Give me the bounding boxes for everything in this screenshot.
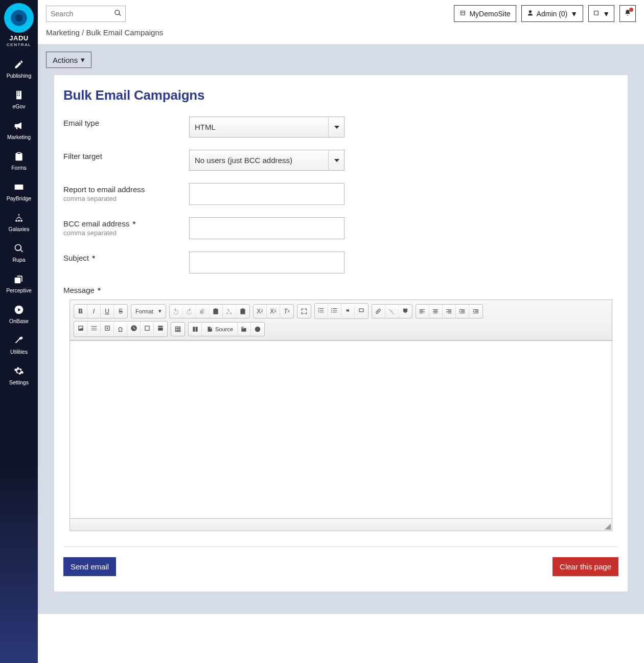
subject-label: Subject *	[63, 254, 189, 262]
link-button[interactable]	[372, 305, 385, 318]
align-left-button[interactable]	[416, 305, 429, 318]
sidebar-item-galaxies[interactable]: Galaxies	[0, 205, 38, 236]
indent-button[interactable]	[469, 305, 482, 318]
format-select[interactable]: Format ▾	[131, 305, 166, 318]
copy-button[interactable]	[196, 305, 210, 318]
sidebar-item-forms[interactable]: Forms	[0, 144, 38, 175]
clear-page-button[interactable]: Clear this page	[553, 557, 618, 576]
blockquote-button[interactable]: ❝	[341, 305, 355, 318]
report-to-input[interactable]	[189, 183, 344, 205]
toolbar: Actions ▾ Bulk Email Campaigns Email typ…	[38, 44, 644, 614]
numbered-list-button[interactable]	[315, 304, 328, 317]
sidebar-item-label: Perceptive	[0, 287, 38, 293]
underline-button[interactable]: U	[101, 305, 114, 318]
snippet-button[interactable]	[189, 323, 202, 336]
redo-button[interactable]	[183, 305, 196, 318]
align-center-button[interactable]	[429, 305, 443, 318]
language-button[interactable]	[238, 323, 251, 336]
sidebar: JADU CENTRAL Publishing eGov Marketing F…	[0, 0, 38, 614]
breadcrumb-parent[interactable]: Marketing	[46, 28, 80, 37]
bcc-input[interactable]	[189, 217, 344, 239]
module-menu-button[interactable]: ▼	[588, 5, 614, 22]
editor-body[interactable]	[70, 340, 612, 518]
bold-button[interactable]: B	[74, 305, 87, 318]
sidebar-item-onbase[interactable]: OnBase	[0, 298, 38, 328]
resize-handle[interactable]	[605, 523, 611, 530]
sidebar-item-paybridge[interactable]: PayBridge	[0, 175, 38, 205]
editor-toolbar: B I U S Format ▾ X2	[70, 300, 612, 340]
strike-button[interactable]: S	[114, 305, 127, 318]
subject-input[interactable]	[189, 252, 344, 273]
search-icon	[0, 243, 38, 255]
topbar: MyDemoSite Admin (0) ▼ ▼	[38, 0, 644, 26]
pencil-icon	[0, 59, 38, 71]
email-type-select[interactable]: HTML	[189, 117, 344, 138]
clock-icon[interactable]	[127, 322, 141, 335]
sidebar-item-label: Settings	[0, 379, 38, 385]
brand-sub: CENTRAL	[0, 42, 38, 47]
filter-target-select[interactable]: No users (just BCC address)	[189, 150, 344, 171]
play-circle-icon	[0, 305, 38, 316]
template-button[interactable]	[154, 322, 167, 335]
widget-button[interactable]	[141, 322, 154, 335]
breadcrumb-sep: /	[82, 28, 84, 37]
svg-point-0	[255, 326, 261, 332]
bullet-list-button[interactable]	[328, 304, 341, 317]
sidebar-item-perceptive[interactable]: Perceptive	[0, 267, 38, 298]
actions-label: Actions	[53, 56, 78, 64]
source-button[interactable]: Source	[202, 323, 238, 336]
sidebar-item-rupa[interactable]: Rupa	[0, 236, 38, 267]
sidebar-item-egov[interactable]: eGov	[0, 83, 38, 113]
anchor-button[interactable]	[399, 305, 412, 318]
special-char-button[interactable]: Ω	[114, 323, 127, 336]
gear-icon	[0, 366, 38, 377]
site-selector-button[interactable]: MyDemoSite	[454, 5, 516, 22]
notifications-button[interactable]	[619, 5, 636, 22]
sidebar-item-utilities[interactable]: Utilities	[0, 328, 38, 359]
copy-icon	[0, 274, 38, 285]
accessibility-button[interactable]	[251, 323, 264, 336]
sidebar-item-label: Utilities	[0, 349, 38, 355]
sitemap-icon	[0, 213, 38, 224]
user-icon	[527, 10, 534, 18]
maximize-button[interactable]	[297, 305, 311, 318]
align-right-button[interactable]	[443, 305, 456, 318]
breadcrumb: Marketing / Bulk Email Campaigns	[38, 25, 644, 44]
sidebar-item-label: Rupa	[0, 257, 38, 263]
brand-logo[interactable]: JADU CENTRAL	[0, 0, 38, 52]
image-button[interactable]	[74, 322, 87, 335]
sidebar-item-label: PayBridge	[0, 195, 38, 201]
italic-button[interactable]: I	[87, 305, 101, 318]
sidebar-item-marketing[interactable]: Marketing	[0, 113, 38, 144]
sidebar-item-label: OnBase	[0, 318, 38, 324]
superscript-button[interactable]: X2	[267, 305, 280, 318]
search-icon[interactable]	[114, 9, 122, 18]
undo-button[interactable]	[170, 305, 183, 318]
unlink-button[interactable]	[385, 305, 399, 318]
remove-format-button[interactable]: Tx	[280, 305, 293, 318]
email-type-label: Email type	[63, 119, 189, 127]
book-icon	[593, 10, 600, 18]
breadcrumb-current: Bulk Email Campaigns	[86, 28, 163, 37]
hr-button[interactable]	[87, 322, 101, 335]
table-button[interactable]	[171, 323, 185, 336]
paste-text-button[interactable]	[236, 305, 249, 318]
paste-button[interactable]	[210, 305, 223, 318]
search-wrap	[46, 6, 126, 22]
subscript-button[interactable]: X2	[254, 305, 267, 318]
actions-button[interactable]: Actions ▾	[46, 52, 91, 68]
clipboard-icon	[0, 151, 38, 163]
caret-down-icon: ▼	[570, 10, 578, 18]
divider	[63, 546, 618, 547]
div-button[interactable]	[355, 304, 368, 317]
logo-icon	[4, 3, 34, 33]
admin-menu-button[interactable]: Admin (0) ▼	[521, 5, 584, 22]
send-email-button[interactable]: Send email	[63, 557, 116, 576]
wrench-icon	[0, 335, 38, 347]
outdent-button[interactable]	[456, 305, 469, 318]
video-button[interactable]	[101, 322, 114, 335]
sidebar-item-settings[interactable]: Settings	[0, 359, 38, 390]
sidebar-item-publishing[interactable]: Publishing	[0, 52, 38, 83]
cut-button[interactable]	[223, 305, 236, 318]
filter-target-label: Filter target	[63, 152, 189, 161]
